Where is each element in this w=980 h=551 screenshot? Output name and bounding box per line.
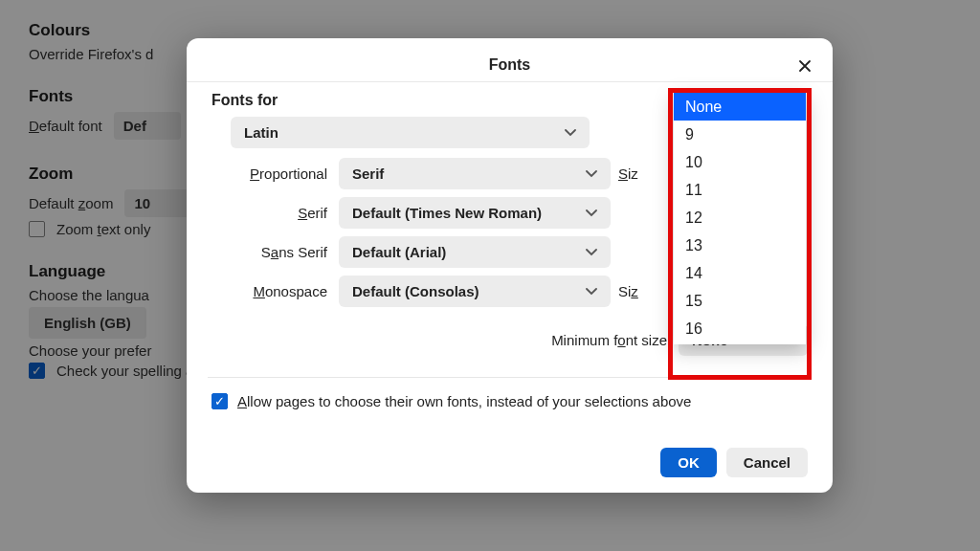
- dropdown-option[interactable]: 17: [674, 342, 806, 344]
- fonts-for-select[interactable]: Latin: [231, 117, 590, 148]
- divider: [208, 377, 812, 378]
- sans-serif-select[interactable]: Default (Arial): [339, 236, 611, 268]
- sans-serif-value: Default (Arial): [352, 244, 446, 260]
- monospace-select[interactable]: Default (Consolas): [339, 276, 611, 307]
- dropdown-option[interactable]: 10: [674, 148, 806, 176]
- fonts-for-value: Latin: [244, 124, 278, 141]
- dropdown-option[interactable]: 12: [674, 204, 806, 231]
- serif-label: Serif: [212, 205, 331, 221]
- chevron-down-icon: [565, 129, 576, 137]
- dialog-title: Fonts: [489, 56, 531, 74]
- chevron-down-icon: [586, 288, 597, 296]
- dropdown-option[interactable]: 16: [674, 315, 806, 342]
- min-font-size-dropdown[interactable]: None91011121314151617: [674, 93, 806, 344]
- proportional-value: Serif: [352, 165, 384, 182]
- allow-pages-checkbox[interactable]: [212, 393, 228, 409]
- chevron-down-icon: [586, 209, 597, 217]
- ok-button[interactable]: OK: [660, 448, 717, 477]
- serif-value: Default (Times New Roman): [352, 205, 542, 221]
- cancel-button[interactable]: Cancel: [726, 448, 808, 477]
- fonts-dialog: Fonts Fonts for Latin Proportional Serif…: [187, 38, 833, 493]
- chevron-down-icon: [586, 170, 597, 178]
- sans-serif-label: Sans Serif: [212, 244, 331, 260]
- allow-pages-label: Allow pages to choose their own fonts, i…: [237, 393, 691, 409]
- dropdown-option[interactable]: 9: [674, 121, 806, 148]
- close-icon: [797, 58, 813, 74]
- dropdown-option[interactable]: 15: [674, 287, 806, 315]
- chevron-down-icon: [586, 249, 597, 256]
- close-button[interactable]: [792, 54, 817, 78]
- dropdown-option[interactable]: 14: [674, 259, 806, 287]
- monospace-label: Monospace: [212, 283, 331, 299]
- dropdown-option[interactable]: None: [674, 93, 806, 121]
- min-font-size-label: Minimum font size: [551, 332, 667, 348]
- monospace-value: Default (Consolas): [352, 283, 479, 299]
- dropdown-option[interactable]: 11: [674, 176, 806, 204]
- dialog-header: Fonts: [187, 48, 833, 82]
- proportional-select[interactable]: Serif: [339, 158, 611, 189]
- proportional-label: Proportional: [212, 165, 331, 182]
- serif-select[interactable]: Default (Times New Roman): [339, 197, 611, 229]
- dropdown-option[interactable]: 13: [674, 231, 806, 259]
